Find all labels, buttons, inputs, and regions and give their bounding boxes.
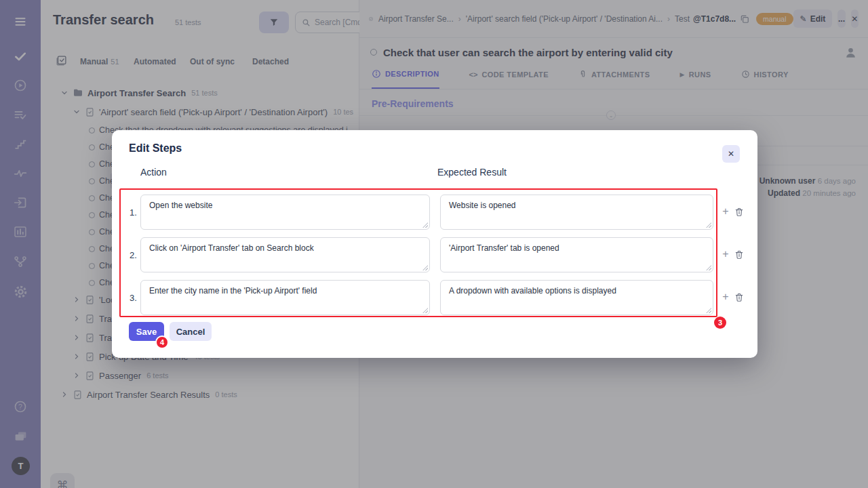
step-number: 1.	[130, 207, 137, 218]
step-action-input[interactable]: Open the website	[140, 195, 430, 230]
delete-step-button[interactable]	[734, 249, 744, 260]
step-expected-input[interactable]: 'Airport Transfer' tab is opened	[440, 237, 713, 272]
step-row: 2. Click on 'Airport Transfer' tab on Se…	[112, 237, 757, 272]
trash-icon	[734, 249, 744, 260]
step-expected-input[interactable]: Website is opened	[440, 195, 713, 230]
add-step-button[interactable]: +	[720, 291, 731, 303]
step-expected-input[interactable]: A dropdown with available options is dis…	[440, 280, 713, 315]
column-header-action: Action	[140, 167, 167, 178]
trash-icon	[734, 292, 744, 302]
step-row: 1. Open the website Website is opened +	[112, 195, 757, 230]
delete-step-button[interactable]	[734, 292, 744, 302]
cancel-button[interactable]: Cancel	[170, 322, 212, 341]
delete-step-button[interactable]	[734, 207, 744, 217]
step-action-input[interactable]: Enter the city name in the 'Pick-up Airp…	[140, 280, 430, 315]
step-row: 3. Enter the city name in the 'Pick-up A…	[112, 280, 757, 315]
annotation-badge-3: 3	[714, 317, 726, 329]
add-step-button[interactable]: +	[720, 248, 731, 260]
step-action-input[interactable]: Click on 'Airport Transfer' tab on Searc…	[140, 237, 430, 272]
edit-steps-modal: Edit Steps ✕ Action Expected Result 1. O…	[112, 130, 757, 358]
step-number: 3.	[130, 293, 137, 303]
modal-title: Edit Steps	[129, 142, 182, 155]
column-header-expected: Expected Result	[437, 167, 507, 178]
add-step-button[interactable]: +	[720, 205, 731, 218]
trash-icon	[734, 207, 744, 217]
step-number: 2.	[130, 250, 137, 260]
annotation-badge-4: 4	[155, 336, 169, 349]
modal-close-button[interactable]: ✕	[722, 145, 740, 163]
